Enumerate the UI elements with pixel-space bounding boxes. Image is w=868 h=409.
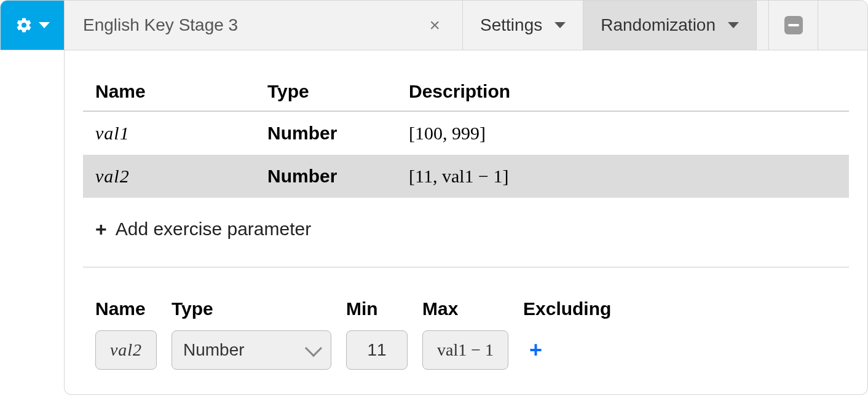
editor-label-max: Max [422, 298, 508, 319]
collapse-button[interactable] [769, 1, 818, 50]
extra-button[interactable] [818, 1, 867, 50]
parameter-editor: Name val2 Type Number Min 11 Max [83, 298, 849, 370]
add-parameter-label: Add exercise parameter [116, 219, 312, 240]
gear-menu-button[interactable] [1, 1, 65, 50]
randomization-panel: Name Type Description val1 Number [100, … [64, 50, 868, 395]
minus-icon [784, 16, 803, 34]
tab-settings-label: Settings [480, 15, 542, 35]
param-type: Number [255, 111, 397, 155]
col-header-description: Description [397, 75, 849, 111]
tab-randomization[interactable]: Randomization [583, 1, 757, 50]
caret-down-icon [728, 22, 739, 28]
col-header-type: Type [255, 75, 397, 111]
chevron-down-icon [305, 340, 322, 357]
toolbar: English Key Stage 3 × Settings Randomiza… [0, 0, 868, 50]
plus-icon: + [95, 219, 107, 239]
title-text: English Key Stage 3 [83, 15, 238, 35]
gear-icon [15, 17, 33, 34]
tab-settings[interactable]: Settings [463, 1, 583, 50]
add-parameter-button[interactable]: + Add exercise parameter [83, 219, 849, 240]
param-name: val2 [95, 166, 130, 186]
caret-down-icon [39, 22, 50, 28]
editor-label-type: Type [172, 298, 331, 319]
editor-max-input[interactable]: val1 − 1 [422, 330, 508, 370]
tab-randomization-label: Randomization [601, 15, 716, 35]
editor-label-min: Min [346, 298, 408, 319]
toolbar-spacer [757, 1, 769, 50]
editor-label-excluding: Excluding [523, 298, 611, 319]
caret-down-icon [554, 22, 566, 28]
add-exclusion-button[interactable]: + [523, 330, 611, 370]
table-row[interactable]: val1 Number [100, 999] [83, 111, 849, 155]
editor-name-input[interactable]: val2 [95, 330, 157, 370]
section-divider [83, 267, 849, 268]
title-input[interactable]: English Key Stage 3 × [65, 1, 463, 50]
col-header-name: Name [83, 75, 255, 111]
editor-min-input[interactable]: 11 [346, 330, 408, 370]
clear-title-button[interactable]: × [426, 15, 444, 36]
table-row[interactable]: val2 Number [11, val1 − 1] [83, 155, 849, 198]
parameters-table: Name Type Description val1 Number [100, … [83, 75, 849, 198]
editor-label-name: Name [95, 298, 157, 319]
param-name: val1 [95, 123, 130, 143]
param-description: [100, 999] [409, 123, 486, 143]
param-description: [11, val1 − 1] [409, 166, 508, 186]
editor-type-select[interactable]: Number [172, 330, 331, 370]
plus-icon: + [529, 337, 542, 363]
param-type: Number [255, 155, 397, 198]
